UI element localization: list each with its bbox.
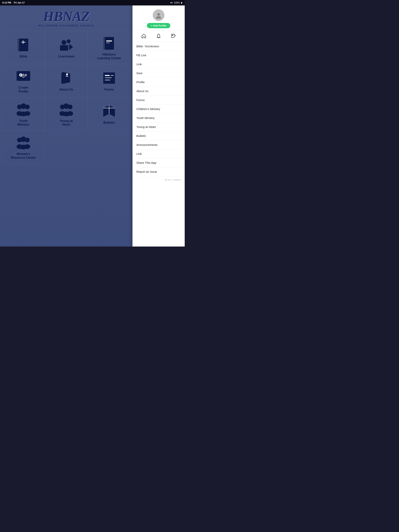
sidebar-item-bulletin[interactable]: Bulletin [133, 132, 185, 140]
svg-marker-7 [69, 44, 73, 50]
svg-point-47 [157, 13, 160, 16]
grid-item-youth-ministry[interactable]: YouthMinistry [2, 97, 45, 130]
svg-rect-3 [23, 40, 23, 44]
grid-label-youth-ministry: YouthMinistry [17, 119, 29, 126]
svg-rect-28 [105, 80, 110, 80]
grid-item-bulletin[interactable]: Bulletin [88, 97, 130, 130]
sidebar-item-fb-live[interactable]: FB Live [133, 51, 185, 60]
sidebar: + Add Profile Bible: YouVersion FB Live … [133, 6, 185, 247]
svg-rect-8 [103, 37, 114, 50]
youth-ministry-icon [16, 101, 31, 117]
bulletin-icon [101, 103, 117, 119]
sidebar-menu-list: Bible: YouVersion FB Live Link Give Prof… [133, 42, 185, 176]
menu-grid: Bible Livestream [0, 29, 133, 166]
tag-nav-icon[interactable] [170, 33, 176, 39]
sidebar-profile-section: + Add Profile [133, 6, 185, 30]
sidebar-item-link2[interactable]: Link [133, 149, 185, 158]
create-profile-icon [16, 68, 31, 84]
svg-point-34 [24, 111, 30, 116]
learning-center-icon [101, 35, 117, 51]
grid-item-create-profile[interactable]: CreateProfile [2, 64, 45, 97]
grid-label-livestream: Livestream [58, 55, 75, 58]
svg-rect-9 [103, 37, 105, 50]
status-bar: 6:13 PM Fri Jan 17 ▾▾ 100% ▮ [0, 0, 185, 6]
sidebar-item-announcements[interactable]: Announcements [133, 140, 185, 149]
svg-point-37 [68, 105, 72, 109]
grid-item-womens-resource[interactable]: Women'sResource Center [2, 130, 45, 164]
sidebar-nav-icons [133, 30, 185, 42]
grid-label-young-at-heart: Young atHeart [60, 119, 73, 126]
version-label: 53.10.1 • aware3 [133, 176, 185, 183]
status-time-date: 6:13 PM Fri Jan 17 [2, 1, 25, 4]
svg-rect-27 [105, 77, 112, 78]
sidebar-item-bible-youversion[interactable]: Bible: YouVersion [133, 42, 185, 51]
grid-item-about-us[interactable]: About Us [45, 64, 88, 97]
sidebar-item-share-this-app[interactable]: Share This App [133, 158, 185, 167]
sidebar-item-forms[interactable]: Forms [133, 96, 185, 105]
svg-point-43 [25, 138, 30, 142]
svg-point-22 [66, 73, 68, 75]
church-header: HBNAZ HILLSBORO NAZARENE CHURCH [0, 6, 133, 29]
grid-item-bible[interactable]: Bible [2, 31, 45, 64]
svg-rect-1 [18, 38, 19, 51]
status-date: Fri Jan 17 [14, 1, 25, 4]
livestream-icon [58, 37, 74, 53]
svg-rect-25 [105, 75, 110, 76]
church-logo: HBNAZ [4, 9, 129, 23]
battery-percent: 100% [174, 1, 180, 4]
grid-label-bulletin: Bulletin [103, 121, 115, 124]
svg-rect-23 [66, 76, 68, 76]
svg-point-31 [25, 105, 30, 109]
svg-rect-26 [111, 75, 114, 76]
grid-label-womens-resource: Women'sResource Center [11, 152, 36, 159]
sidebar-item-young-at-heart[interactable]: Young at Heart [133, 122, 185, 132]
church-subtitle: HILLSBORO NAZARENE CHURCH [4, 24, 129, 27]
bible-icon [16, 37, 31, 53]
svg-point-49 [172, 35, 173, 36]
forms-icon [101, 70, 117, 86]
main-content: HBNAZ HILLSBORO NAZARENE CHURCH Bible [0, 6, 133, 247]
svg-point-18 [25, 74, 26, 76]
sidebar-item-youth-ministry[interactable]: Youth Ministry [133, 114, 185, 122]
avatar [153, 9, 164, 21]
sidebar-item-childrens-ministry[interactable]: Children's Ministry [133, 105, 185, 114]
grid-item-forms[interactable]: Forms [88, 64, 130, 97]
grid-item-young-at-heart[interactable]: Young atHeart [45, 97, 88, 130]
grid-item-livestream[interactable]: Livestream [45, 31, 88, 64]
grid-label-bible: Bible [19, 55, 27, 58]
svg-rect-6 [60, 45, 68, 51]
grid-item-learning-center[interactable]: HillsboroLearning Center [88, 31, 130, 64]
sidebar-item-profile[interactable]: Profile [133, 78, 185, 87]
svg-point-48 [156, 16, 161, 19]
svg-rect-0 [18, 38, 28, 51]
grid-label-about-us: About Us [59, 88, 73, 91]
about-us-icon [58, 70, 74, 86]
status-time: 6:13 PM [2, 1, 11, 4]
sidebar-item-about-us[interactable]: About Us [133, 87, 185, 96]
sidebar-item-link1[interactable]: Link [133, 60, 185, 69]
sidebar-item-give[interactable]: Give [133, 69, 185, 78]
svg-point-5 [67, 39, 71, 43]
grid-label-learning-center: HillsboroLearning Center [97, 53, 121, 60]
home-nav-icon[interactable] [141, 33, 147, 39]
svg-point-40 [67, 111, 73, 116]
sidebar-item-report-an-issue[interactable]: Report an Issue [133, 167, 185, 176]
status-indicators: ▾▾ 100% ▮ [170, 1, 182, 4]
svg-rect-11 [106, 43, 110, 43]
add-profile-button[interactable]: + Add Profile [147, 23, 170, 28]
svg-rect-10 [106, 40, 112, 41]
svg-point-4 [62, 40, 66, 45]
wifi-icon: ▾▾ [170, 1, 173, 4]
svg-point-46 [24, 144, 30, 149]
womens-resource-icon [16, 134, 31, 150]
battery-icon: ▮ [181, 1, 182, 4]
grid-label-create-profile: CreateProfile [19, 86, 28, 93]
grid-label-forms: Forms [104, 88, 114, 91]
svg-point-17 [20, 74, 21, 76]
young-at-heart-icon [58, 101, 74, 117]
bell-nav-icon[interactable] [156, 33, 161, 39]
